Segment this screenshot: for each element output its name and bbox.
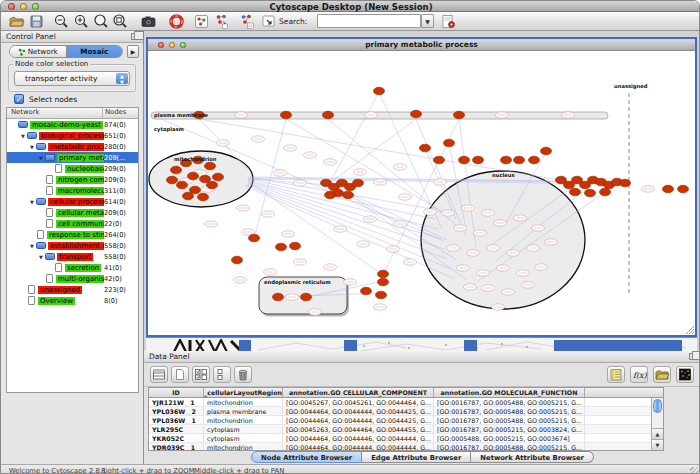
select-nodes-checkbox[interactable]: ✓ [14,94,24,104]
float-panel-icon[interactable] [131,33,139,40]
delete-attribute-button[interactable] [234,366,252,383]
column-header[interactable]: annotation.GO MOLECULAR_FUNCTION [434,388,585,397]
column-header[interactable]: _cellularLayoutRegion [204,388,283,397]
float-panel-icon[interactable] [689,353,697,360]
tab-mosaic-label: Mosaic [80,46,108,58]
file-icon [55,164,62,173]
tree-expander-icon[interactable]: ▼ [28,199,36,205]
tab-edge-attribute-browser[interactable]: Edge Attribute Browser [362,451,471,463]
attribute-list-button[interactable] [607,366,625,383]
zoom-fit-icon[interactable] [93,13,110,30]
scroll-up-button[interactable]: ▲ [652,428,663,439]
open-folder-icon[interactable] [8,13,25,30]
tree-row[interactable]: ▼transport558(0) [7,251,138,262]
resize-grip[interactable] [690,467,700,474]
tab-overflow-button[interactable]: ▶ [127,45,139,58]
network-canvas-svg: plasma membranecytoplasmmitochondrionnuc… [148,51,695,335]
tree-row[interactable]: ▼primary metabol209(... [7,152,138,163]
tree-expander-icon[interactable]: ▼ [28,144,36,150]
tree-row[interactable]: nucleobase-co209(0) [7,163,138,174]
node-color-select-value: transporter activity [25,74,97,83]
table-scrollbar[interactable]: ▲ ▼ [651,398,663,450]
unselect-attributes-button[interactable] [213,366,231,383]
tree-expander-icon[interactable]: ▼ [37,254,45,260]
tree-row-node-count: 280(0) [104,143,138,151]
tree-row[interactable]: ▼biological_process651(0) [7,130,138,141]
scroll-down-button[interactable]: ▼ [652,439,663,450]
tree-column-network[interactable]: Network [7,108,103,118]
column-header[interactable]: annotation.GO CELLULAR_COMPONENT [283,388,434,397]
help-ring-icon[interactable] [168,13,185,30]
new-attribute-button[interactable] [171,366,189,383]
table-cell: cytoplasm [204,425,283,433]
save-icon[interactable] [28,13,45,30]
folder-icon [36,198,46,205]
tree-row[interactable]: macromolecule311(0) [7,185,138,196]
tree-row[interactable]: Overview8(0) [7,295,138,306]
attribute-matrix-button[interactable] [676,366,694,383]
table-row[interactable]: YLR295Ccytoplasm[GO:0045263, GO:0044464,… [149,425,651,434]
data-panel-toolbar: f(x) [144,363,700,387]
attribute-table: ID_cellularLayoutRegionannotation.GO CEL… [148,387,664,451]
node-color-select[interactable]: transporter activity ▲▼ [14,71,130,86]
tree-row[interactable]: multi-organism pro42(0) [7,273,138,284]
tree-row[interactable]: ▼metabolic process280(0) [7,141,138,152]
network-edit-2-icon[interactable] [239,13,256,30]
attribute-table-button[interactable] [150,366,168,383]
table-row[interactable]: YJR121W__1mitochondrion[GO:0045267, GO:0… [149,398,651,407]
select-nodes-row: ✓ Select nodes [14,93,77,105]
column-header[interactable]: ID [149,388,204,397]
table-row[interactable]: YKR052Ccytoplasm[GO:0044464, GO:0044446,… [149,434,651,443]
table-cell: YPL036W__2 [149,407,204,415]
table-row[interactable]: YDR039C__1mitochondrion[GO:0044464, GO:0… [149,443,651,450]
network-view-window[interactable]: primary metabolic process plasma membran… [146,37,697,337]
import-attributes-button[interactable] [653,366,671,383]
table-cell: [GO:0016787, GO:0005488, GO:0005215, G..… [434,416,585,424]
table-cell: mitochondrion [204,398,283,406]
tree-column-nodes[interactable]: Nodes [103,108,138,118]
tree-row[interactable]: response to stimulu264(0) [7,229,138,240]
svg-text:plasma membrane: plasma membrane [154,112,209,119]
tree-row[interactable]: ▼establishment of lo558(0) [7,240,138,251]
view-filter-icon[interactable] [260,13,277,30]
tree-row-label: metabolic process [48,143,104,151]
zoom-in-icon[interactable] [73,13,90,30]
network-canvas[interactable]: plasma membranecytoplasmmitochondrionnuc… [148,51,695,335]
search-dropdown-button[interactable]: ▼ [421,14,434,28]
network-view-titlebar[interactable]: primary metabolic process [148,39,695,51]
tree-row[interactable]: cellular metabol209(0) [7,207,138,218]
zoom-out-icon[interactable] [53,13,70,30]
select-attributes-button[interactable] [192,366,210,383]
tab-node-attribute-browser[interactable]: Node Attribute Browser [251,451,362,463]
window-title: Cytoscape Desktop (New Session) [1,2,700,12]
tree-expander-icon[interactable]: ▼ [19,133,27,139]
network-box-icon[interactable] [193,13,210,30]
search-input[interactable] [317,14,421,28]
tree-expander-icon[interactable]: ▼ [37,155,45,161]
background-window-fragment[interactable] [146,337,697,351]
attribute-tool-icon[interactable] [440,13,457,30]
function-builder-button[interactable]: f(x) [630,366,648,383]
network-edit-1-icon[interactable] [214,13,231,30]
tab-network-attribute-browser[interactable]: Network Attribute Browser [471,451,594,463]
tree-row-label: nitrogen compo [56,176,104,184]
tab-mosaic[interactable]: Mosaic [67,46,123,57]
tree-row[interactable]: unassigned223(0) [7,284,138,295]
table-row[interactable]: YPL036W__1mitochondrion[GO:0044464, GO:0… [149,416,651,425]
status-bar: Welcome to Cytoscape 2.8.1 Right-click +… [1,464,700,474]
tree-row[interactable]: secretion41(0) [7,262,138,273]
tab-network[interactable]: Network [10,46,67,57]
table-row[interactable]: YPL036W__2plasma membrane[GO:0044464, GO… [149,407,651,416]
file-icon [37,230,44,239]
tree-expander-icon[interactable]: ▼ [28,243,36,249]
scrollbar-thumb[interactable] [653,399,662,413]
tree-row-node-count: 22(0) [104,220,138,228]
tree-row-label: establishment of lo [48,242,104,250]
tree-row[interactable]: nitrogen compo209(0) [7,174,138,185]
tree-row[interactable]: cell communicat22(0) [7,218,138,229]
tree-row[interactable]: mosaic-demo-yeast874(0) [7,119,138,130]
window-titlebar: Cytoscape Desktop (New Session) [1,1,700,12]
zoom-selected-icon[interactable] [112,13,129,30]
camera-icon[interactable] [140,13,157,30]
tree-row[interactable]: ▼cellular process614(0) [7,196,138,207]
